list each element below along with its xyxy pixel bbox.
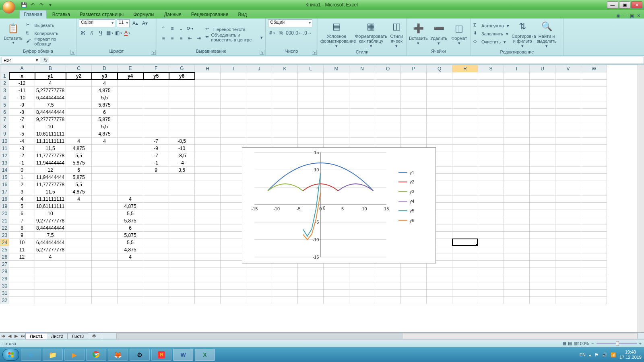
cell-H12[interactable] bbox=[195, 152, 221, 159]
cell-W4[interactable] bbox=[581, 94, 607, 101]
cell-B6[interactable]: 8,444444444 bbox=[35, 109, 66, 116]
cell-A14[interactable]: 0 bbox=[9, 167, 35, 174]
cell-M3[interactable] bbox=[324, 87, 349, 94]
cell-O29[interactable] bbox=[375, 275, 401, 282]
cell-P29[interactable] bbox=[401, 275, 427, 282]
cell-D27[interactable] bbox=[92, 261, 118, 268]
cell-F25[interactable] bbox=[143, 246, 169, 253]
cell-O1[interactable] bbox=[375, 72, 401, 80]
cell-H30[interactable] bbox=[195, 282, 221, 290]
view-layout-icon[interactable]: ▤ bbox=[568, 341, 572, 346]
cell-S11[interactable] bbox=[478, 145, 504, 152]
cell-E31[interactable] bbox=[118, 290, 143, 297]
cell-C31[interactable] bbox=[66, 290, 92, 297]
cell-V19[interactable] bbox=[555, 203, 581, 210]
cell-S31[interactable] bbox=[478, 290, 504, 297]
cell-P10[interactable] bbox=[401, 138, 427, 145]
row-header-29[interactable]: 29 bbox=[0, 275, 9, 282]
cell-Q5[interactable] bbox=[427, 101, 452, 109]
cell-D23[interactable] bbox=[92, 232, 118, 239]
cell-Q31[interactable] bbox=[427, 290, 452, 297]
cell-T22[interactable] bbox=[504, 224, 530, 232]
cell-G32[interactable] bbox=[169, 297, 195, 304]
cell-B17[interactable]: 11,5 bbox=[35, 188, 66, 195]
cell-S3[interactable] bbox=[478, 87, 504, 94]
cell-A24[interactable]: 10 bbox=[9, 239, 35, 246]
format-as-table-button[interactable]: ▦Форматировать как таблицу▾ bbox=[355, 19, 387, 48]
cell-J4[interactable] bbox=[246, 94, 272, 101]
tab-formulas[interactable]: Формулы bbox=[129, 10, 158, 19]
cell-T25[interactable] bbox=[504, 246, 530, 253]
sheet-nav-last[interactable]: ⏭ bbox=[19, 333, 26, 339]
spreadsheet-grid[interactable]: ABCDEFGHIJKLMNOPQRSTUVW1xy1y2y3y4y5y62-1… bbox=[0, 65, 644, 332]
col-header-E[interactable]: E bbox=[118, 65, 143, 72]
qat-dropdown-icon[interactable]: ▾ bbox=[47, 1, 54, 8]
row-header-17[interactable]: 17 bbox=[0, 188, 9, 195]
cell-S23[interactable] bbox=[478, 232, 504, 239]
cell-H20[interactable] bbox=[195, 210, 221, 217]
cell-U25[interactable] bbox=[530, 246, 555, 253]
row-header-27[interactable]: 27 bbox=[0, 261, 9, 268]
col-header-D[interactable]: D bbox=[92, 65, 118, 72]
maximize-button[interactable]: ▣ bbox=[619, 1, 630, 8]
cell-C29[interactable] bbox=[66, 275, 92, 282]
cell-G28[interactable] bbox=[169, 268, 195, 275]
cell-E30[interactable] bbox=[118, 282, 143, 290]
cell-B26[interactable]: 4 bbox=[35, 253, 66, 261]
cell-V11[interactable] bbox=[555, 145, 581, 152]
action-center-icon[interactable]: ⚑ bbox=[594, 352, 599, 358]
cell-L30[interactable] bbox=[298, 282, 324, 290]
cell-E24[interactable]: 5,5 bbox=[118, 239, 143, 246]
cell-J9[interactable] bbox=[246, 130, 272, 138]
cell-A10[interactable]: -4 bbox=[9, 138, 35, 145]
col-header-F[interactable]: F bbox=[143, 65, 169, 72]
cell-T2[interactable] bbox=[504, 80, 530, 87]
cell-H11[interactable] bbox=[195, 145, 221, 152]
cell-S30[interactable] bbox=[478, 282, 504, 290]
cell-F6[interactable] bbox=[143, 109, 169, 116]
cell-C24[interactable] bbox=[66, 239, 92, 246]
clock[interactable]: 19:40 17.12.2019 bbox=[619, 350, 642, 360]
cell-B4[interactable]: 6,444444444 bbox=[35, 94, 66, 101]
cell-P7[interactable] bbox=[401, 116, 427, 123]
cell-Q9[interactable] bbox=[427, 130, 452, 138]
cell-R23[interactable] bbox=[452, 232, 478, 239]
cell-G10[interactable]: -8,5 bbox=[169, 138, 195, 145]
cell-N7[interactable] bbox=[349, 116, 375, 123]
cell-F2[interactable] bbox=[143, 80, 169, 87]
cell-H4[interactable] bbox=[195, 94, 221, 101]
cell-A26[interactable]: 12 bbox=[9, 253, 35, 261]
cell-F19[interactable] bbox=[143, 203, 169, 210]
cell-H1[interactable] bbox=[195, 72, 221, 80]
cell-W19[interactable] bbox=[581, 203, 607, 210]
cell-B16[interactable]: 11,77777778 bbox=[35, 181, 66, 188]
cell-W23[interactable] bbox=[581, 232, 607, 239]
cell-V18[interactable] bbox=[555, 195, 581, 203]
cell-Q7[interactable] bbox=[427, 116, 452, 123]
alignment-dialog-launcher[interactable]: ↘ bbox=[260, 50, 264, 55]
col-header-C[interactable]: C bbox=[66, 65, 92, 72]
cell-A27[interactable] bbox=[9, 261, 35, 268]
cell-U1[interactable] bbox=[530, 72, 555, 80]
cell-C22[interactable] bbox=[66, 224, 92, 232]
cell-L9[interactable] bbox=[298, 130, 324, 138]
conditional-formatting-button[interactable]: ▤Условное форматирование▾ bbox=[320, 19, 353, 48]
cell-C26[interactable] bbox=[66, 253, 92, 261]
align-right-icon[interactable]: ≡ bbox=[177, 34, 185, 42]
cell-E32[interactable] bbox=[118, 297, 143, 304]
cell-W8[interactable] bbox=[581, 123, 607, 130]
cell-W2[interactable] bbox=[581, 80, 607, 87]
cell-A15[interactable]: 1 bbox=[9, 174, 35, 181]
cell-T5[interactable] bbox=[504, 101, 530, 109]
cell-Q30[interactable] bbox=[427, 282, 452, 290]
cell-W18[interactable] bbox=[581, 195, 607, 203]
cell-H27[interactable] bbox=[195, 261, 221, 268]
cell-F8[interactable] bbox=[143, 123, 169, 130]
cell-G30[interactable] bbox=[169, 282, 195, 290]
cell-J1[interactable] bbox=[246, 72, 272, 80]
cell-C6[interactable] bbox=[66, 109, 92, 116]
cell-E22[interactable]: 6 bbox=[118, 224, 143, 232]
cell-H29[interactable] bbox=[195, 275, 221, 282]
cell-G1[interactable]: y6 bbox=[169, 72, 195, 80]
cell-G16[interactable] bbox=[169, 181, 195, 188]
